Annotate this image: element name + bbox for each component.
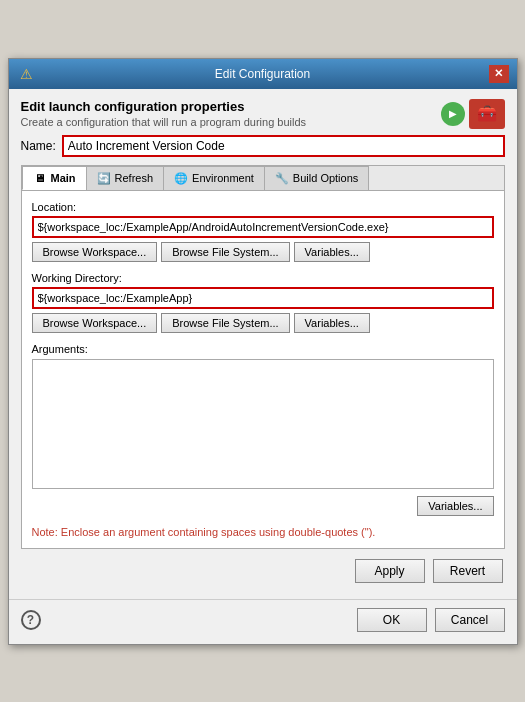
run-icon: ▶ xyxy=(441,102,465,126)
header-row: Edit launch configuration properties Cre… xyxy=(21,99,505,129)
header-title: Edit launch configuration properties xyxy=(21,99,441,114)
cancel-button[interactable]: Cancel xyxy=(435,608,505,632)
working-directory-label: Working Directory: xyxy=(32,272,494,284)
tab-environment-label: Environment xyxy=(192,172,254,184)
warning-icon: ⚠ xyxy=(17,65,37,83)
toolbox-icon: 🧰 xyxy=(469,99,505,129)
name-input[interactable] xyxy=(62,135,505,157)
workdir-browse-filesystem-button[interactable]: Browse File System... xyxy=(161,313,289,333)
name-row: Name: xyxy=(21,135,505,157)
location-browse-filesystem-button[interactable]: Browse File System... xyxy=(161,242,289,262)
environment-tab-icon: 🌐 xyxy=(174,171,188,185)
header-actions: ▶ 🧰 xyxy=(441,99,505,129)
tab-build-options-label: Build Options xyxy=(293,172,358,184)
arguments-textarea[interactable] xyxy=(32,359,494,489)
working-directory-input-row xyxy=(32,287,494,309)
location-browse-workspace-button[interactable]: Browse Workspace... xyxy=(32,242,158,262)
tab-refresh[interactable]: 🔄 Refresh xyxy=(86,166,165,190)
workdir-browse-workspace-button[interactable]: Browse Workspace... xyxy=(32,313,158,333)
help-icon[interactable]: ? xyxy=(21,610,41,630)
location-input[interactable] xyxy=(32,216,494,238)
name-label: Name: xyxy=(21,139,56,153)
title-bar: ⚠ Edit Configuration ✕ xyxy=(9,59,517,89)
dialog-title: Edit Configuration xyxy=(37,67,489,81)
working-directory-input[interactable] xyxy=(32,287,494,309)
main-tab-icon: 🖥 xyxy=(33,171,47,185)
apply-button[interactable]: Apply xyxy=(355,559,425,583)
tab-main-content: Location: Browse Workspace... Browse Fil… xyxy=(22,191,504,548)
location-input-row xyxy=(32,216,494,238)
close-button[interactable]: ✕ xyxy=(489,65,509,83)
note-text: Note: Enclose an argument containing spa… xyxy=(32,526,494,538)
header-subtitle: Create a configuration that will run a p… xyxy=(21,116,441,128)
footer-left: ? xyxy=(21,608,349,632)
location-label: Location: xyxy=(32,201,494,213)
revert-button[interactable]: Revert xyxy=(433,559,503,583)
dialog-body: Edit launch configuration properties Cre… xyxy=(9,89,517,593)
tab-main-label: Main xyxy=(51,172,76,184)
arguments-variables-row: Variables... xyxy=(32,496,494,516)
working-directory-btn-row: Browse Workspace... Browse File System..… xyxy=(32,313,494,333)
arguments-label: Arguments: xyxy=(32,343,494,355)
location-group: Location: Browse Workspace... Browse Fil… xyxy=(32,201,494,262)
arguments-group: Arguments: Variables... xyxy=(32,343,494,516)
location-btn-row: Browse Workspace... Browse File System..… xyxy=(32,242,494,262)
arguments-textarea-wrapper xyxy=(32,359,494,492)
tabs: 🖥 Main 🔄 Refresh 🌐 Environment 🔧 Build O… xyxy=(22,166,504,191)
dialog-footer: ? OK Cancel xyxy=(9,599,517,644)
arguments-variables-button[interactable]: Variables... xyxy=(417,496,493,516)
build-options-tab-icon: 🔧 xyxy=(275,171,289,185)
tab-build-options[interactable]: 🔧 Build Options xyxy=(264,166,369,190)
tab-main[interactable]: 🖥 Main xyxy=(22,166,87,190)
tab-refresh-label: Refresh xyxy=(115,172,154,184)
workdir-variables-button[interactable]: Variables... xyxy=(294,313,370,333)
header-info: Edit launch configuration properties Cre… xyxy=(21,99,441,128)
edit-configuration-dialog: ⚠ Edit Configuration ✕ Edit launch confi… xyxy=(8,58,518,645)
tab-environment[interactable]: 🌐 Environment xyxy=(163,166,265,190)
tab-panel: 🖥 Main 🔄 Refresh 🌐 Environment 🔧 Build O… xyxy=(21,165,505,549)
location-variables-button[interactable]: Variables... xyxy=(294,242,370,262)
ok-button[interactable]: OK xyxy=(357,608,427,632)
refresh-tab-icon: 🔄 xyxy=(97,171,111,185)
working-directory-group: Working Directory: Browse Workspace... B… xyxy=(32,272,494,333)
